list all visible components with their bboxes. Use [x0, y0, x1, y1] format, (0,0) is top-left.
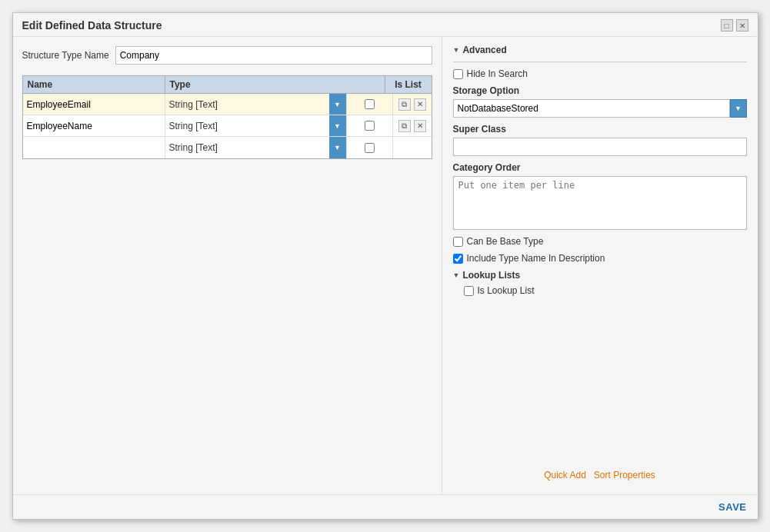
category-order-label: Category Order — [453, 162, 747, 173]
name-input-1[interactable] — [23, 94, 165, 115]
can-be-base-type-checkbox[interactable] — [453, 237, 463, 247]
is-lookup-list-label[interactable]: Is Lookup List — [478, 285, 535, 296]
lookup-collapse-icon[interactable]: ▼ — [453, 271, 460, 279]
storage-option-row: NotDatabaseStored DatabaseStored Transie… — [453, 99, 747, 118]
edit-dialog: Edit Defined Data Structure □ ✕ Structur… — [12, 12, 758, 520]
cell-islist-3 — [347, 137, 393, 158]
right-bottom-actions: Quick Add Sort Properties — [453, 470, 747, 487]
can-be-base-type-row: Can Be Base Type — [453, 236, 747, 247]
right-panel: ▼ Advanced Hide In Search Storage Option… — [442, 37, 758, 494]
col-header-type: Type — [165, 76, 385, 93]
hide-in-search-label[interactable]: Hide In Search — [467, 68, 528, 79]
include-type-name-checkbox[interactable] — [453, 254, 463, 264]
quick-add-button[interactable]: Quick Add — [544, 470, 586, 480]
sort-properties-button[interactable]: Sort Properties — [594, 470, 655, 480]
storage-dropdown-btn[interactable]: ▼ — [730, 99, 747, 118]
table-header: Name Type Is List — [22, 75, 432, 93]
category-order-textarea[interactable] — [453, 176, 747, 230]
table-row: String [Text] ▼ — [23, 137, 432, 158]
is-lookup-list-row: Is Lookup List — [464, 285, 747, 296]
type-dropdown-btn-1[interactable]: ▼ — [329, 94, 346, 115]
islist-checkbox-3[interactable] — [365, 143, 375, 153]
copy-button-1[interactable]: ⧉ — [398, 98, 411, 111]
section-divider — [453, 62, 747, 62]
col-header-name: Name — [23, 76, 165, 93]
super-class-label: Super Class — [453, 124, 747, 135]
cell-name-3 — [23, 137, 165, 158]
type-text-3: String [Text] — [165, 142, 329, 153]
table-body: String [Text] ▼ ⧉ ✕ — [22, 93, 432, 159]
cell-name-1 — [23, 94, 165, 115]
copy-button-2[interactable]: ⧉ — [398, 120, 411, 132]
type-text-1: String [Text] — [165, 99, 329, 110]
structure-type-row: Structure Type Name — [22, 46, 432, 65]
lookup-lists-label: Lookup Lists — [462, 270, 520, 281]
cell-actions-1: ⧉ ✕ — [393, 94, 432, 115]
dialog-title: Edit Defined Data Structure — [22, 19, 162, 32]
advanced-collapse-icon[interactable]: ▼ — [453, 46, 460, 54]
left-panel: Structure Type Name Name Type Is List St… — [13, 37, 442, 494]
include-type-name-label[interactable]: Include Type Name In Description — [467, 253, 605, 264]
lookup-lists-header: ▼ Lookup Lists — [453, 270, 747, 281]
cell-islist-2 — [347, 115, 393, 136]
can-be-base-type-label[interactable]: Can Be Base Type — [467, 236, 544, 247]
cell-actions-3 — [393, 137, 432, 158]
table-row: String [Text] ▼ ⧉ ✕ — [23, 115, 432, 137]
table-row: String [Text] ▼ ⧉ ✕ — [23, 94, 432, 115]
dialog-controls: □ ✕ — [721, 19, 748, 32]
dialog-content: Structure Type Name Name Type Is List St… — [13, 37, 758, 494]
dialog-footer: SAVE — [13, 494, 758, 519]
type-dropdown-btn-2[interactable]: ▼ — [329, 115, 346, 136]
include-type-name-row: Include Type Name In Description — [453, 253, 747, 264]
cell-type-1: String [Text] ▼ — [165, 94, 347, 115]
advanced-label: Advanced — [462, 45, 506, 55]
hide-in-search-row: Hide In Search — [453, 68, 747, 79]
save-button[interactable]: SAVE — [718, 501, 746, 513]
type-dropdown-btn-3[interactable]: ▼ — [329, 137, 346, 158]
super-class-input[interactable] — [453, 138, 747, 156]
cell-type-2: String [Text] ▼ — [165, 115, 347, 136]
cell-islist-1 — [347, 94, 393, 115]
cell-name-2 — [23, 115, 165, 136]
advanced-header: ▼ Advanced — [453, 45, 747, 55]
islist-checkbox-1[interactable] — [365, 99, 375, 109]
cell-type-3: String [Text] ▼ — [165, 137, 347, 158]
islist-checkbox-2[interactable] — [365, 121, 375, 131]
minimize-button[interactable]: □ — [721, 19, 733, 32]
structure-type-input[interactable] — [115, 46, 432, 65]
hide-in-search-checkbox[interactable] — [453, 69, 463, 79]
type-text-2: String [Text] — [165, 121, 329, 131]
col-header-islist: Is List — [385, 76, 432, 93]
storage-option-label: Storage Option — [453, 85, 747, 96]
close-button[interactable]: ✕ — [736, 19, 748, 32]
cell-actions-2: ⧉ ✕ — [393, 115, 432, 136]
structure-type-label: Structure Type Name — [22, 50, 109, 61]
dialog-titlebar: Edit Defined Data Structure □ ✕ — [13, 13, 758, 37]
delete-button-2[interactable]: ✕ — [414, 120, 426, 132]
is-lookup-list-checkbox[interactable] — [464, 286, 474, 296]
delete-button-1[interactable]: ✕ — [414, 98, 426, 111]
storage-option-select[interactable]: NotDatabaseStored DatabaseStored Transie… — [453, 99, 730, 118]
name-input-2[interactable] — [23, 115, 165, 136]
name-input-3[interactable] — [23, 137, 165, 158]
